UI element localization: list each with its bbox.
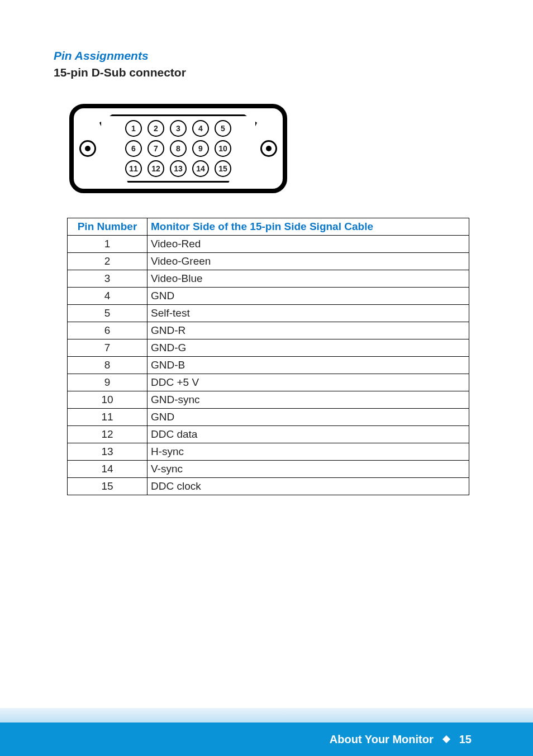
pin-assignment-table: Pin Number Monitor Side of the 15-pin Si… — [67, 218, 469, 495]
cell-pin: 7 — [68, 339, 147, 357]
section-title: Pin Assignments — [54, 49, 479, 63]
pin-row-1: 1 2 3 4 5 — [125, 120, 231, 137]
pin-row-2: 6 7 8 9 10 — [125, 140, 231, 157]
pin-label: 13 — [170, 160, 187, 177]
table-row: 2Video-Green — [68, 253, 469, 270]
connector-title: 15-pin D-Sub connector — [54, 66, 479, 79]
pin-label: 6 — [125, 140, 142, 157]
table-row: 3Video-Blue — [68, 270, 469, 288]
page-footer: About Your Monitor 15 — [0, 708, 533, 756]
cell-signal: DDC clock — [147, 478, 469, 495]
cell-signal: DDC +5 V — [147, 374, 469, 391]
table-row: 4GND — [68, 288, 469, 305]
pin-label: 4 — [192, 120, 209, 137]
table-row: 14V-sync — [68, 461, 469, 478]
table-row: 12DDC data — [68, 426, 469, 443]
screw-right-icon — [260, 140, 277, 157]
cell-signal: Video-Blue — [147, 270, 469, 288]
cell-pin: 15 — [68, 478, 147, 495]
table-row: 15DDC clock — [68, 478, 469, 495]
dsub-connector: 1 2 3 4 5 6 7 8 9 10 11 — [69, 104, 287, 193]
footer-gradient — [0, 708, 533, 722]
cell-pin: 2 — [68, 253, 147, 270]
cell-pin: 5 — [68, 305, 147, 322]
footer-chapter: About Your Monitor — [330, 733, 434, 746]
cell-pin: 4 — [68, 288, 147, 305]
pin-label: 1 — [125, 120, 142, 137]
pin-label: 15 — [215, 160, 231, 177]
cell-pin: 11 — [68, 409, 147, 426]
diamond-icon — [442, 735, 450, 743]
cell-signal: GND-B — [147, 357, 469, 374]
pin-block: 1 2 3 4 5 6 7 8 9 10 11 — [96, 116, 260, 181]
pin-label: 10 — [215, 140, 231, 157]
cell-signal: V-sync — [147, 461, 469, 478]
document-page: Pin Assignments 15-pin D-Sub connector 1… — [0, 0, 533, 756]
pin-label: 3 — [170, 120, 187, 137]
pin-label: 11 — [125, 160, 142, 177]
cell-pin: 6 — [68, 322, 147, 339]
table-row: 6GND-R — [68, 322, 469, 339]
cell-signal: Self-test — [147, 305, 469, 322]
header-signal: Monitor Side of the 15-pin Side Signal C… — [147, 218, 469, 236]
cell-signal: GND — [147, 409, 469, 426]
cell-pin: 9 — [68, 374, 147, 391]
pin-label: 14 — [192, 160, 209, 177]
cell-pin: 13 — [68, 443, 147, 461]
cell-signal: H-sync — [147, 443, 469, 461]
cell-pin: 12 — [68, 426, 147, 443]
cell-signal: GND — [147, 288, 469, 305]
pin-label: 8 — [170, 140, 187, 157]
cell-signal: DDC data — [147, 426, 469, 443]
footer-bar: About Your Monitor 15 — [0, 722, 533, 756]
cell-pin: 14 — [68, 461, 147, 478]
table-row: 13H-sync — [68, 443, 469, 461]
pin-label: 7 — [147, 140, 164, 157]
cell-signal: GND-sync — [147, 391, 469, 409]
table-header-row: Pin Number Monitor Side of the 15-pin Si… — [68, 218, 469, 236]
table-row: 10GND-sync — [68, 391, 469, 409]
cell-pin: 1 — [68, 236, 147, 253]
table-row: 9DDC +5 V — [68, 374, 469, 391]
table-row: 7GND-G — [68, 339, 469, 357]
cell-signal: GND-R — [147, 322, 469, 339]
cell-signal: Video-Green — [147, 253, 469, 270]
screw-left-icon — [79, 140, 96, 157]
cell-signal: GND-G — [147, 339, 469, 357]
pin-row-3: 11 12 13 14 15 — [125, 160, 231, 177]
page-content: Pin Assignments 15-pin D-Sub connector 1… — [0, 0, 533, 495]
pin-label: 2 — [147, 120, 164, 137]
pin-label: 5 — [215, 120, 231, 137]
connector-diagram: 1 2 3 4 5 6 7 8 9 10 11 — [69, 104, 479, 193]
cell-pin: 8 — [68, 357, 147, 374]
table-row: 1Video-Red — [68, 236, 469, 253]
header-pin-number: Pin Number — [68, 218, 147, 236]
cell-signal: Video-Red — [147, 236, 469, 253]
pin-label: 12 — [147, 160, 164, 177]
table-row: 5Self-test — [68, 305, 469, 322]
cell-pin: 10 — [68, 391, 147, 409]
table-row: 11GND — [68, 409, 469, 426]
footer-page-number: 15 — [459, 733, 472, 746]
cell-pin: 3 — [68, 270, 147, 288]
pin-label: 9 — [192, 140, 209, 157]
table-row: 8GND-B — [68, 357, 469, 374]
